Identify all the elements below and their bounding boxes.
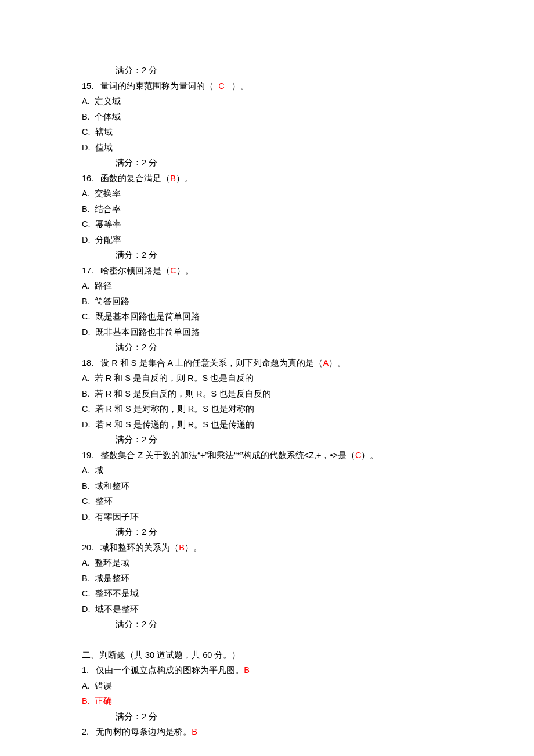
option-b: B. 简答回路 — [82, 294, 452, 309]
option-c: C. 若 R 和 S 是对称的，则 R。S 也是对称的 — [82, 401, 452, 417]
option-b: B. 域是整环 — [82, 571, 452, 586]
question-19: 19. 整数集合 Z 关于数的加法“+”和乘法“*”构成的代数系统<Z,+，•>… — [82, 448, 452, 463]
question-text: 仅由一个孤立点构成的图称为平凡图。 — [96, 665, 244, 675]
tf-question-2: 2. 无向树的每条边均是桥。B — [82, 724, 452, 740]
question-text-suffix: ）。 — [329, 358, 346, 368]
question-text-prefix: 哈密尔顿回路是（ — [100, 266, 170, 275]
question-text-suffix: ）。 — [176, 266, 194, 275]
option-a: A. 定义域 — [82, 93, 452, 109]
question-answer: C — [170, 266, 176, 275]
question-number: 19. — [82, 451, 93, 460]
option-a: A. 域 — [82, 463, 452, 478]
section-2-title: 二、判断题（共 30 道试题，共 60 分。） — [82, 647, 452, 663]
option-d: D. 分配率 — [82, 232, 452, 248]
option-c: C. 整环 — [82, 494, 452, 509]
score-line: 满分：2 分 — [82, 63, 452, 78]
spacer — [82, 632, 452, 647]
option-a: A. 若 R 和 S 是自反的，则 R。S 也是自反的 — [82, 370, 452, 386]
document-page: 满分：2 分 15. 量词的约束范围称为量词的（ C ）。 A. 定义域 B. … — [0, 0, 534, 756]
score-line: 满分：2 分 — [82, 432, 452, 448]
score-line: 满分：2 分 — [82, 247, 452, 263]
question-text-suffix: ）。 — [225, 81, 249, 91]
question-answer: B — [179, 543, 185, 552]
score-line: 满分：2 分 — [82, 709, 452, 725]
option-b: B. 个体域 — [82, 109, 452, 125]
question-number: 15. — [82, 81, 93, 91]
question-text-prefix: 量词的约束范围称为量词的（ — [100, 81, 218, 91]
option-b: B. 结合率 — [82, 201, 452, 217]
option-d: D. 域不是整环 — [82, 602, 452, 617]
option-d: D. 有零因子环 — [82, 509, 452, 525]
question-number: 1. — [82, 665, 89, 675]
option-b: B. 若 R 和 S 是反自反的，则 R。S 也是反自反的 — [82, 386, 452, 402]
option-c: C. 幂等率 — [82, 217, 452, 232]
question-text-suffix: ）。 — [361, 451, 378, 460]
question-18: 18. 设 R 和 S 是集合 A 上的任意关系，则下列命题为真的是（A）。 — [82, 355, 452, 371]
option-c: C. 辖域 — [82, 124, 452, 140]
question-15: 15. 量词的约束范围称为量词的（ C ）。 — [82, 78, 452, 94]
question-answer: B — [170, 174, 176, 183]
option-d: D. 若 R 和 S 是传递的，则 R。S 也是传递的 — [82, 417, 452, 433]
question-answer: C — [355, 451, 361, 460]
option-c: C. 整环不是域 — [82, 586, 452, 602]
question-text: 无向树的每条边均是桥。 — [96, 727, 192, 736]
score-line: 满分：2 分 — [82, 155, 452, 171]
question-number: 20. — [82, 543, 93, 552]
question-answer: B — [192, 727, 197, 736]
question-20: 20. 域和整环的关系为（B）。 — [82, 540, 452, 556]
question-text-suffix: ）。 — [176, 174, 193, 183]
question-text-prefix: 整数集合 Z 关于数的加法“+”和乘法“*”构成的代数系统<Z,+，•>是（ — [100, 451, 355, 460]
question-17: 17. 哈密尔顿回路是（C）。 — [82, 263, 452, 279]
question-number: 18. — [82, 358, 93, 368]
question-text-prefix: 设 R 和 S 是集合 A 上的任意关系，则下列命题为真的是（ — [100, 358, 323, 368]
option-b: B. 正确 — [82, 693, 452, 709]
question-number: 16. — [82, 174, 93, 183]
option-a: A. 整环是域 — [82, 555, 452, 571]
option-b: B. 域和整环 — [82, 478, 452, 494]
score-line: 满分：2 分 — [82, 340, 452, 355]
question-answer: C — [218, 81, 224, 91]
option-a: A. 交换率 — [82, 186, 452, 201]
question-text-suffix: ）。 — [185, 543, 202, 552]
question-text-prefix: 域和整环的关系为（ — [100, 543, 179, 552]
option-a: A. 错误 — [82, 678, 452, 694]
question-number: 17. — [82, 266, 93, 275]
question-number: 2. — [82, 727, 89, 736]
option-d: D. 值域 — [82, 140, 452, 156]
score-line: 满分：2 分 — [82, 617, 452, 632]
question-16: 16. 函数的复合满足（B）。 — [82, 171, 452, 186]
option-d: D. 既非基本回路也非简单回路 — [82, 325, 452, 340]
question-answer: A — [323, 358, 329, 368]
tf-question-1: 1. 仅由一个孤立点构成的图称为平凡图。B — [82, 663, 452, 678]
question-answer: B — [244, 665, 250, 675]
option-a: A. 路径 — [82, 278, 452, 294]
question-text-prefix: 函数的复合满足（ — [100, 174, 170, 183]
option-c: C. 既是基本回路也是简单回路 — [82, 309, 452, 325]
score-line: 满分：2 分 — [82, 524, 452, 540]
